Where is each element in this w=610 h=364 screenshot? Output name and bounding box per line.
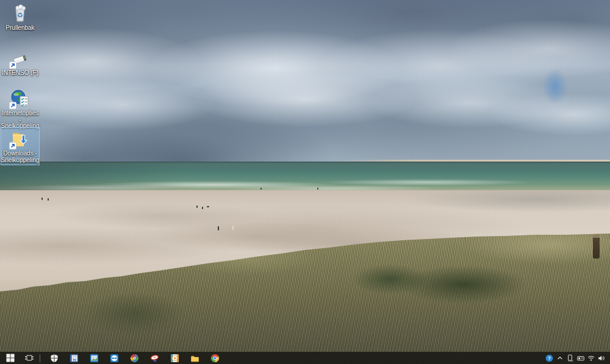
label-line: INTENSO (F) xyxy=(2,70,38,77)
desktop-icon-label: Prullenbak xyxy=(5,25,34,32)
shield-icon xyxy=(50,354,59,363)
wallpaper-sky xyxy=(0,0,610,163)
taskbar-photo-viewer-button[interactable] xyxy=(84,352,104,364)
desktop-icon-recycle-bin[interactable]: ♻ Prullenbak xyxy=(1,1,40,34)
taskbar-word-document-button[interactable]: W xyxy=(64,352,84,364)
picasa-icon xyxy=(130,354,139,363)
label-line: Downloads - xyxy=(1,151,40,157)
chrome-icon xyxy=(210,354,220,363)
internet-options-icon xyxy=(10,89,30,109)
word-document-icon: W xyxy=(70,354,79,363)
photo-viewer-icon xyxy=(90,354,99,363)
taskbar-windows-defender-button[interactable] xyxy=(44,352,64,364)
tray-hardware-device-button[interactable] xyxy=(575,352,586,364)
wooden-post xyxy=(593,234,600,259)
desktop-icon-downloads[interactable]: Downloads - Snelkoppeling xyxy=(1,127,40,165)
media-player-icon xyxy=(170,354,179,363)
beach-figure xyxy=(232,226,234,230)
label-line: Prullenbak xyxy=(5,25,34,32)
tray-help-button[interactable]: ? xyxy=(544,352,554,364)
shortcut-arrow-icon xyxy=(9,142,16,149)
windows-logo-icon xyxy=(6,354,15,362)
svg-text:W: W xyxy=(73,357,77,362)
taskbar: W xyxy=(0,352,610,364)
beach-figure xyxy=(260,188,262,190)
usb-device-icon xyxy=(566,354,574,362)
desktop-icon-label: INTENSO (F) xyxy=(2,70,38,77)
beach-figure xyxy=(41,198,43,200)
tray-network-button[interactable] xyxy=(586,352,596,364)
desktop-icon-usb-drive[interactable]: INTENSO (F) xyxy=(1,46,40,79)
file-explorer-icon xyxy=(190,354,199,363)
shortcut-arrow-icon xyxy=(9,62,16,69)
beach-figure xyxy=(202,207,203,209)
svg-text:?: ? xyxy=(548,355,551,361)
system-tray: ? xyxy=(544,352,610,364)
tray-usb-device-button[interactable] xyxy=(565,352,575,364)
hardware-device-icon xyxy=(576,354,585,362)
svg-text:♻: ♻ xyxy=(17,12,23,20)
usb-drive-icon xyxy=(10,49,30,68)
taskbar-teamviewer-button[interactable] xyxy=(104,352,124,364)
help-icon: ? xyxy=(545,354,553,362)
beach-figure xyxy=(207,206,209,207)
desktop-icon-label: Downloads - Snelkoppeling xyxy=(1,151,40,163)
wifi-icon xyxy=(587,354,595,362)
start-button[interactable] xyxy=(0,352,21,364)
tray-volume-button[interactable] xyxy=(596,352,606,364)
taskbar-file-explorer-button[interactable] xyxy=(185,352,205,364)
shortcut-arrow-icon xyxy=(9,102,16,109)
speaker-icon xyxy=(597,354,606,362)
label-line: Internetopties - xyxy=(1,110,40,123)
task-view-button[interactable] xyxy=(21,352,38,364)
downloads-folder-icon xyxy=(10,129,30,149)
beach-figure xyxy=(48,198,49,201)
recycle-bin-icon: ♻ xyxy=(10,4,30,23)
taskbar-chrome-button[interactable] xyxy=(205,352,225,364)
chevron-up-icon xyxy=(556,354,564,362)
desktop-icon-internet-options[interactable]: Internetopties - Snelkoppeling xyxy=(1,87,40,132)
beach-figure xyxy=(196,205,198,208)
label-line: Snelkoppeling xyxy=(1,157,40,164)
taskbar-picasa-button[interactable] xyxy=(124,352,145,364)
teamviewer-icon xyxy=(110,354,119,363)
beach-figure xyxy=(317,188,318,190)
taskbar-disc-app-button[interactable] xyxy=(145,352,165,364)
disc-app-icon xyxy=(150,354,159,363)
wallpaper-sea xyxy=(0,162,610,192)
taskbar-media-player-button[interactable] xyxy=(165,352,185,364)
taskbar-separator xyxy=(40,354,40,362)
beach-figure xyxy=(218,226,219,230)
task-view-icon xyxy=(25,354,34,362)
tray-show-hidden-icons-button[interactable] xyxy=(554,352,565,364)
desktop[interactable]: ♻ Prullenbak INTEN xyxy=(0,0,610,364)
